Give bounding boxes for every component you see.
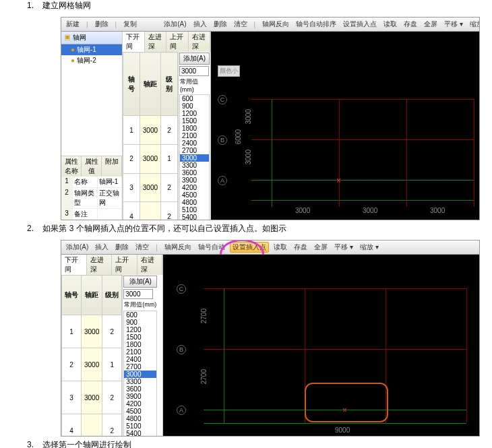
axis-c: C — [218, 95, 227, 104]
prop-h3: 附加 — [102, 156, 122, 177]
cad-canvas-2[interactable]: C B A 2700 2700 9000 × — [163, 255, 479, 437]
tab2-up[interactable]: 上开间 — [112, 255, 137, 275]
tb2-pan[interactable]: 平移 ▾ — [332, 243, 355, 252]
axis2-c: C — [177, 284, 186, 294]
dim2-2700-b: 2700 — [200, 369, 208, 384]
step-3: 3. 选择第一个轴网进行绘制 — [27, 439, 492, 448]
step-3-num: 3. — [27, 440, 40, 448]
property-panel: 属性名称 属性值 附加 1名称轴网-1 2轴网类型正交轴网 3备注 — [61, 156, 123, 220]
dim-3000-h2: 3000 — [363, 207, 377, 214]
tb2-read[interactable]: 读取 — [272, 243, 289, 252]
tb2-full[interactable]: 全屏 — [312, 243, 330, 252]
tb-setins[interactable]: 设置插入点 — [341, 20, 379, 29]
tab-up[interactable]: 上开间 — [166, 32, 189, 52]
tb-remove[interactable]: 删除 — [212, 20, 229, 29]
tab-left[interactable]: 左进深 — [145, 32, 167, 52]
screenshot-2: 添加(A) 插入 删除 清空| 轴网反向 轴号自动 设置插入点 读取 存盘 全屏… — [61, 240, 480, 437]
tab2-right[interactable]: 右进深 — [137, 255, 163, 275]
step-3-text: 选择第一个轴网进行绘制 — [42, 440, 131, 448]
axis2-b: B — [177, 345, 186, 354]
prop-h2: 属性值 — [82, 156, 102, 177]
colorbox[interactable]: 颜色小 — [218, 65, 240, 77]
side-value-input[interactable] — [179, 66, 209, 76]
tb-full[interactable]: 全屏 — [422, 20, 439, 29]
axis-b: B — [218, 135, 227, 145]
number-list-2[interactable]: 6009001200150018002100240027003000330036… — [123, 311, 157, 437]
tb-copy[interactable]: 复制 — [121, 20, 139, 29]
tb2-reverse[interactable]: 轴网反向 — [162, 243, 193, 252]
dim-3000-h1: 3000 — [295, 207, 310, 214]
dim2-9000: 9000 — [335, 426, 350, 434]
axis2-a: A — [177, 406, 186, 415]
tab-right[interactable]: 右进深 — [189, 32, 211, 52]
insert-point-x: × — [336, 176, 341, 185]
tb-zoom[interactable]: 缩放 ▾ — [468, 20, 480, 29]
grid-table-2[interactable]: 轴号轴距级别 130002 230001 330002 42 — [61, 275, 122, 437]
number-list[interactable]: 6009001200150018002100240027003000330036… — [179, 94, 210, 220]
step-1-text: 建立网格轴网 — [42, 1, 91, 10]
tb-clear[interactable]: 清空 — [232, 20, 249, 29]
tb-read[interactable]: 读取 — [381, 20, 399, 29]
tb-add[interactable]: 添加(A) — [162, 20, 188, 29]
side-col: 添加(A) 常用值(mm) 60090012001500180021002400… — [178, 52, 210, 220]
grid-input-panel-2: 下开间 左进深 上开间 右进深 轴号轴距级别 130002 230001 330… — [61, 255, 163, 437]
tb2-remove[interactable]: 删除 — [113, 243, 131, 252]
grid-table[interactable]: 轴号轴距级别 130002 230001 330002 42 — [123, 52, 178, 220]
toolbar-2: 添加(A) 插入 删除 清空| 轴网反向 轴号自动 设置插入点 读取 存盘 全屏… — [61, 241, 479, 255]
tb-save[interactable]: 存盘 — [402, 20, 419, 29]
prop-h1: 属性名称 — [61, 156, 82, 177]
tree-root[interactable]: ▣ 轴网 — [61, 32, 122, 44]
tb2-zoom[interactable]: 缩放 ▾ — [358, 243, 381, 252]
tb-new[interactable]: 新建 — [64, 20, 82, 29]
dim-3000-v1: 3000 — [245, 109, 252, 124]
side2-value-input[interactable] — [123, 289, 153, 299]
tb2-ins[interactable]: 插入 — [93, 243, 111, 252]
tab2-left[interactable]: 左进深 — [87, 255, 113, 275]
tb-reverse[interactable]: 轴网反向 — [260, 20, 291, 29]
tb2-add[interactable]: 添加(A) — [64, 243, 90, 252]
annotation-rect — [305, 383, 388, 422]
dim-6000: 6000 — [235, 129, 242, 144]
step-2: 2. 如果第 3 个轴网插入点的位置不同，还可以自己设置插入点。如图示 — [27, 223, 492, 234]
tb-ins[interactable]: 插入 — [191, 20, 209, 29]
tab-down[interactable]: 下开间 — [123, 32, 145, 52]
tree-item-1[interactable]: ● 轴网-1 — [61, 44, 122, 55]
step-1-num: 1. — [27, 1, 40, 10]
dim-3000-v2: 3000 — [245, 150, 252, 164]
dim-3000-h3: 3000 — [430, 207, 445, 214]
screenshot-1: 新建| 删除| 复制 添加(A) 插入 删除 清空| 轴网反向 轴号自动排序 设… — [61, 17, 480, 220]
side-freq-label: 常用值(mm) — [179, 77, 210, 94]
cad-canvas-1[interactable]: 颜色小 C B A 3000 3000 6000 3000 3000 3000 — [211, 32, 479, 220]
tb-pan[interactable]: 平移 ▾ — [442, 20, 465, 29]
step-1: 1. 建立网格轴网 — [27, 0, 492, 11]
step-2-num: 2. — [27, 224, 40, 233]
tab-row: 下开间 左进深 上开间 右进深 — [123, 32, 210, 52]
side2-add-btn[interactable]: 添加(A) — [123, 276, 157, 288]
dim2-2700-a: 2700 — [200, 309, 208, 323]
tree-item-2[interactable]: ● 轴网-2 — [61, 55, 122, 66]
step-2-text: 如果第 3 个轴网插入点的位置不同，还可以自己设置插入点。如图示 — [42, 224, 286, 233]
toolbar-1: 新建| 删除| 复制 添加(A) 插入 删除 清空| 轴网反向 轴号自动排序 设… — [61, 18, 479, 32]
tb-autosort[interactable]: 轴号自动排序 — [294, 20, 338, 29]
tree-panel: ▣ 轴网 ● 轴网-1 ● 轴网-2 属性名称 属性值 附加 1名称轴网-1 2… — [61, 32, 123, 220]
tb2-save[interactable]: 存盘 — [292, 243, 309, 252]
side-add-btn[interactable]: 添加(A) — [179, 53, 210, 65]
tb2-clear[interactable]: 清空 — [133, 243, 151, 252]
tb-del[interactable]: 删除 — [93, 20, 111, 29]
axis-a: A — [218, 176, 227, 185]
tab2-down[interactable]: 下开间 — [61, 255, 87, 275]
grid-input-panel: 下开间 左进深 上开间 右进深 轴号轴距级别 130002 230001 330… — [123, 32, 211, 220]
